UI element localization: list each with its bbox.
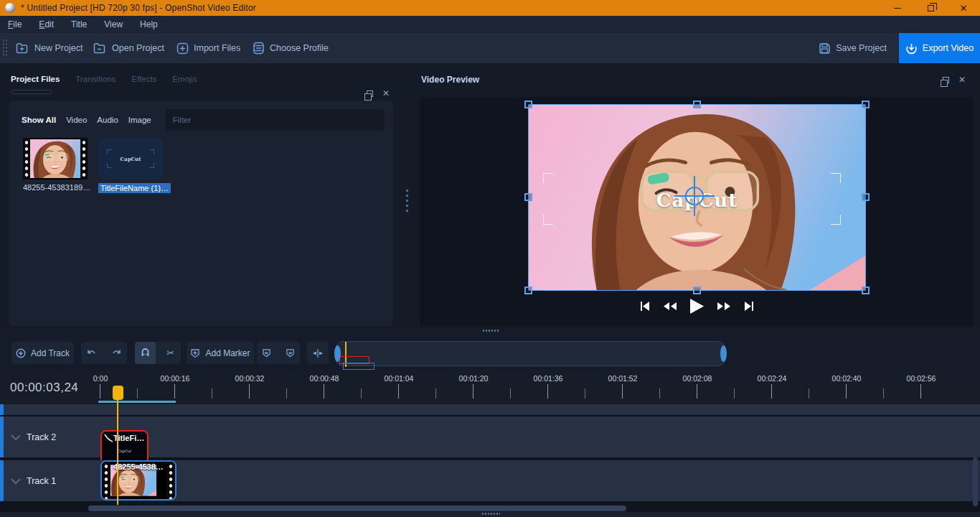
razor-button[interactable]: ✂ [161,342,182,364]
choose-profile-button[interactable]: Choose Profile [253,33,329,63]
redo-icon [112,349,122,358]
menu-help[interactable]: Help [140,19,158,29]
transform-handle-n[interactable] [693,101,701,108]
ruler-tick-label: 00:01:04 [362,374,436,383]
zoom-handle-right[interactable] [720,345,727,362]
open-project-button[interactable]: Open Project [93,33,164,63]
transform-handle-e[interactable] [862,193,870,201]
play-button[interactable] [689,298,705,315]
project-file-title[interactable]: CapCut TitleFileName (1)… [98,138,171,193]
horizontal-scrollbar[interactable] [88,506,626,511]
previous-marker-icon [262,348,271,358]
next-marker-icon [286,348,295,358]
redo-button[interactable] [107,342,128,364]
filter-show-all[interactable]: Show All [22,116,56,124]
project-file-label: 48255-45383189… [23,183,90,192]
import-files-button[interactable]: Import Files [176,33,240,63]
undo-redo-group [81,342,127,364]
choose-profile-label: Choose Profile [270,43,329,53]
add-marker-button[interactable]: Add Marker [187,342,254,364]
clip-thumbnail-text: CapCut [102,449,147,453]
tab-effects[interactable]: Effects [131,75,156,83]
menu-bar: File Edit Title View Help [0,16,980,33]
filter-input[interactable] [166,109,385,131]
video-canvas[interactable]: CapCut [529,105,865,290]
scissors-icon: ✂ [166,348,174,358]
filter-video[interactable]: Video [66,116,87,124]
focus-bracket-icon [831,173,841,183]
track-name: Track 2 [27,432,56,442]
zoom-handle-left[interactable] [334,345,341,362]
filmstrip-sprockets-icon [80,138,88,180]
filter-audio[interactable]: Audio [97,116,118,124]
chevron-down-icon[interactable] [11,475,21,488]
magnet-icon [141,348,150,358]
add-track-button[interactable]: Add Track [11,342,74,364]
close-panel-icon[interactable]: ✕ [958,75,966,84]
transform-handle-w[interactable] [524,193,532,201]
ruler-tick-label: 00:01:52 [585,374,660,383]
tab-transitions[interactable]: Transitions [75,75,116,83]
filmstrip-sprockets-icon [23,138,30,180]
ruler-tick-label: 00:00:48 [287,374,362,383]
menu-edit[interactable]: Edit [39,19,54,29]
video-clip[interactable]: 48255-4538… [100,460,176,500]
preview-dock-controls: ✕ [943,75,966,84]
next-marker-button[interactable] [281,342,301,364]
transport-controls [420,298,974,315]
filter-image[interactable]: Image [128,116,151,124]
maximize-button[interactable] [914,0,947,16]
close-panel-icon[interactable]: ✕ [382,89,390,98]
center-playhead-button[interactable] [307,342,329,364]
menu-title[interactable]: Title [71,19,87,29]
menu-file[interactable]: File [8,19,22,29]
rewind-button[interactable] [663,302,677,311]
jump-end-button[interactable] [743,301,754,312]
snap-razor-group: ✂ [135,342,181,364]
float-panel-icon[interactable] [367,90,373,97]
ruler-tick-label: 00:02:08 [660,374,735,383]
transform-handle-s[interactable] [693,287,701,294]
tab-emojis[interactable]: Emojis [172,75,197,83]
add-track-label: Add Track [31,348,70,358]
ruler-tick-label: 00:00:16 [138,374,212,383]
timeline-ruler[interactable]: 00:00:03,24 0:0000:00:1600:00:3200:00:48… [0,372,980,404]
bottom-resize-handle[interactable] [481,512,500,516]
transform-handle-nw[interactable] [524,101,532,108]
vertical-scrollbar[interactable] [973,457,978,506]
project-file-label-selected: TitleFileName (1)… [98,183,171,193]
transform-handle-ne[interactable] [862,101,870,108]
toolbar-grip[interactable] [2,39,7,57]
new-project-button[interactable]: New Project [16,33,83,63]
focus-bracket-icon [831,215,841,225]
menu-view[interactable]: View [104,19,123,29]
timeline-zoom-slider[interactable] [336,341,725,366]
fast-forward-button[interactable] [717,302,731,311]
vertical-splitter[interactable] [405,188,409,214]
ruler-tick-label: 00:02:40 [809,374,884,383]
project-file-video[interactable]: 48255-45383189… [23,138,90,192]
minimize-button[interactable] [881,0,914,16]
dock-drag-handle[interactable] [11,90,52,94]
center-playhead-icon [313,349,323,358]
mini-video-clip [343,363,374,370]
float-panel-icon[interactable] [943,77,949,83]
tab-project-files[interactable]: Project Files [11,75,60,83]
previous-marker-button[interactable] [257,342,276,364]
jump-start-button[interactable] [640,301,651,312]
undo-icon [86,349,96,358]
playhead-handle[interactable] [113,386,123,400]
transform-handle-sw[interactable] [524,287,532,294]
filter-row: Show All Video Audio Image [22,109,385,131]
chevron-down-icon[interactable] [11,431,21,444]
close-button[interactable]: ✕ [947,0,980,16]
snapping-toggle[interactable] [135,342,156,364]
export-video-button[interactable]: Export Video [899,33,980,63]
ruler-tick-label: 00:00:32 [212,374,287,383]
undo-button[interactable] [81,342,102,364]
save-project-label: Save Project [836,43,887,53]
transform-handle-se[interactable] [862,287,870,294]
fade-in-icon [104,434,113,443]
timeline-toolbar: Add Track ✂ Add Marker [0,332,980,372]
save-project-button[interactable]: Save Project [819,33,887,63]
